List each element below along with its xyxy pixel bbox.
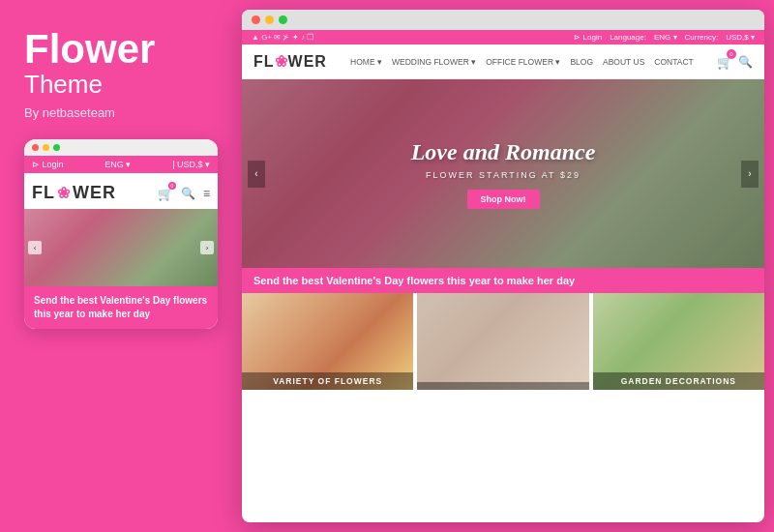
desktop-lang-label: Language: — [610, 33, 646, 42]
nav-contact[interactable]: CONTACT — [654, 57, 693, 67]
mobile-menu-icon[interactable]: ≡ — [203, 187, 210, 200]
mobile-dot-green — [53, 144, 60, 151]
hero-subtitle: FLOWER STARTING AT $29 — [426, 170, 580, 180]
desktop-nav-links: HOME ▾ WEDDING FLOWER ▾ OFFICE FLOWER ▾ … — [350, 57, 694, 67]
mobile-next-arrow[interactable]: › — [200, 241, 214, 254]
hero-prev-arrow[interactable]: ‹ — [248, 161, 265, 188]
mobile-caption: Send the best Valentine's Day flowers th… — [24, 286, 218, 329]
nav-blog[interactable]: BLOG — [570, 57, 593, 67]
brand-title: Flower — [24, 29, 218, 70]
mobile-hero: ‹ › — [24, 209, 218, 286]
hero-title: Love and Romance — [411, 138, 596, 166]
desktop-mockup: ▲ G+ ✉ ⊁ ✦ ♪ ❒ ⊳ Login Language: ENG ▾ C… — [242, 10, 764, 522]
mobile-logo-flower-icon: ❀ — [57, 184, 71, 202]
desktop-nav-icons: 🛒 0 🔍 — [717, 53, 753, 71]
desktop-login[interactable]: ⊳ Login — [574, 33, 602, 42]
product-item-flowers[interactable]: VARIETY OF FLOWERS — [242, 293, 413, 390]
desktop-logo: FL❀WER — [253, 52, 327, 71]
mobile-dot-yellow — [43, 144, 49, 151]
util-social-icons: ▲ G+ ✉ ⊁ ✦ ♪ ❒ — [252, 33, 313, 42]
desktop-hero: Love and Romance FLOWER STARTING AT $29 … — [242, 79, 764, 268]
mobile-hero-bg — [24, 209, 218, 286]
desktop-cart-badge: 0 — [727, 49, 736, 59]
mobile-currency[interactable]: | USD,$ ▾ — [172, 160, 210, 169]
mobile-logo: FL❀WER — [32, 183, 116, 203]
product-label-flowers: VARIETY OF FLOWERS — [242, 372, 413, 390]
nav-about[interactable]: ABOUT US — [603, 57, 644, 67]
desktop-util-right: ⊳ Login Language: ENG ▾ Currency: USD,$ … — [574, 33, 755, 42]
desktop-dot-yellow — [265, 15, 274, 24]
desktop-dots-bar — [242, 10, 764, 30]
mobile-login[interactable]: ⊳ Login — [32, 160, 64, 169]
product-grid: VARIETY OF FLOWERS GARDEN DECORATIONS — [242, 293, 764, 390]
desktop-dot-red — [252, 15, 260, 24]
mobile-topbar: ⊳ Login ENG ▾ | USD,$ ▾ — [24, 156, 218, 173]
product-label-garden: GARDEN DECORATIONS — [593, 372, 764, 390]
mobile-cart-badge: 0 — [168, 182, 176, 190]
desktop-nav: FL❀WER HOME ▾ WEDDING FLOWER ▾ OFFICE FL… — [242, 44, 764, 79]
mobile-nav-icons: 🛒 0 🔍 ≡ — [158, 185, 210, 202]
nav-wedding-flower[interactable]: WEDDING FLOWER ▾ — [392, 57, 476, 67]
desktop-currency-select[interactable]: USD,$ ▾ — [726, 33, 755, 42]
mobile-prev-arrow[interactable]: ‹ — [28, 241, 42, 254]
hero-next-arrow[interactable]: › — [741, 161, 759, 188]
hero-content: Love and Romance FLOWER STARTING AT $29 … — [242, 79, 764, 268]
mobile-cart-wrapper: 🛒 0 — [158, 185, 173, 202]
mobile-mockup: ⊳ Login ENG ▾ | USD,$ ▾ FL❀WER 🛒 0 🔍 ≡ ‹… — [24, 139, 218, 329]
nav-home[interactable]: HOME ▾ — [350, 57, 382, 67]
desktop-cart-wrapper: 🛒 0 — [717, 53, 732, 71]
desktop-search-icon[interactable]: 🔍 — [738, 55, 753, 69]
brand-author: By netbaseteam — [24, 105, 218, 120]
desktop-caption-strip: Send the best Valentine's Day flowers th… — [242, 268, 764, 293]
mobile-dots-bar — [24, 139, 218, 156]
desktop-dot-green — [279, 15, 287, 24]
brand-sub: Theme — [24, 70, 218, 100]
mobile-logo-area: FL❀WER 🛒 0 🔍 ≡ — [24, 173, 218, 209]
product-item-garden[interactable]: GARDEN DECORATIONS — [593, 293, 764, 390]
nav-office-flower[interactable]: OFFICE FLOWER ▾ — [486, 57, 560, 67]
desktop-logo-flower-icon: ❀ — [275, 53, 288, 70]
left-panel: Flower Theme By netbaseteam ⊳ Login ENG … — [0, 0, 237, 532]
desktop-util-bar: ▲ G+ ✉ ⊁ ✦ ♪ ❒ ⊳ Login Language: ENG ▾ C… — [242, 30, 764, 44]
desktop-util-left: ▲ G+ ✉ ⊁ ✦ ♪ ❒ — [252, 33, 313, 42]
mobile-dot-red — [32, 144, 39, 151]
product-label-person — [417, 382, 588, 390]
product-item-person[interactable] — [417, 293, 588, 390]
desktop-lang-select[interactable]: ENG ▾ — [654, 33, 677, 42]
hero-shop-now-button[interactable]: Shop Now! — [467, 190, 540, 209]
mobile-search-icon[interactable]: 🔍 — [181, 187, 195, 200]
product-bg-person — [417, 293, 588, 390]
mobile-lang[interactable]: ENG ▾ — [104, 160, 131, 169]
desktop-currency-label: Currency: — [685, 33, 719, 42]
